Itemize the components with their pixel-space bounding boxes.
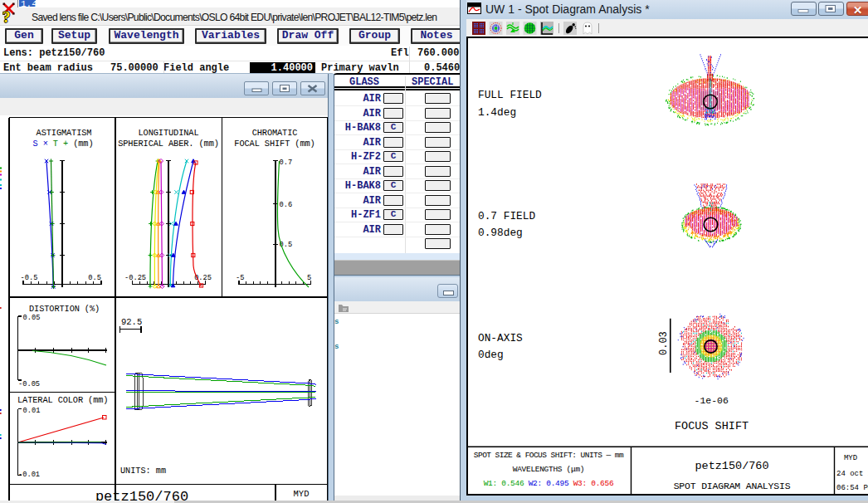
svg-text:-0.05: -0.05	[18, 380, 40, 388]
svg-text:24 oct 2: 24 oct 2	[836, 470, 868, 478]
svg-text:FOCAL SHIFT (mm): FOCAL SHIFT (mm)	[234, 139, 315, 149]
svg-text:0.7: 0.7	[280, 159, 293, 167]
svg-text:WAVELENGTHS (μm): WAVELENGTHS (μm)	[513, 465, 584, 474]
svg-text:?: ?	[2, 8, 11, 25]
svg-text:MYD: MYD	[294, 489, 310, 499]
svg-text:0.98deg: 0.98deg	[478, 227, 523, 239]
svg-text:92.5: 92.5	[121, 317, 142, 327]
svg-text:0.6: 0.6	[280, 201, 293, 209]
svg-text:W1: 0.546 W2: 0.495 W3: 0.656: W1: 0.546 W2: 0.495 W3: 0.656	[484, 479, 614, 488]
svg-text:-0.01: -0.01	[18, 471, 40, 479]
svg-text:1.4deg: 1.4deg	[478, 106, 516, 119]
svg-text:FULL FIELD: FULL FIELD	[478, 89, 542, 101]
svg-text:LONGITUDINAL: LONGITUDINAL	[139, 128, 199, 138]
svg-text:06:54 PM: 06:54 PM	[836, 484, 868, 492]
svg-text:0.01: 0.01	[23, 407, 41, 415]
svg-text:SPOT SIZE & FOCUS SHIFT: UNITS: SPOT SIZE & FOCUS SHIFT: UNITS — mm	[474, 451, 624, 460]
svg-text:0.03: 0.03	[658, 331, 670, 355]
svg-text:-5: -5	[236, 274, 244, 282]
svg-text:-0.5: -0.5	[21, 274, 38, 282]
svg-text:LATERAL COLOR (mm): LATERAL COLOR (mm)	[17, 395, 108, 405]
svg-text:-0.25: -0.25	[124, 274, 146, 282]
svg-text:0.7 FIELD: 0.7 FIELD	[478, 210, 535, 222]
svg-text:5: 5	[307, 274, 311, 282]
svg-text:UNITS: mm: UNITS: mm	[120, 466, 166, 476]
svg-text:0.5: 0.5	[88, 274, 101, 282]
svg-text:FOCUS SHIFT: FOCUS SHIFT	[675, 420, 749, 432]
svg-text:ON-AXIS: ON-AXIS	[478, 332, 523, 344]
svg-text:S × T + (mm): S × T + (mm)	[33, 139, 94, 149]
svg-text:SPHERICAL ABER. (mm): SPHERICAL ABER. (mm)	[118, 139, 219, 149]
svg-text:ASTIGMATISM: ASTIGMATISM	[37, 128, 92, 138]
svg-text:0.05: 0.05	[23, 314, 41, 322]
svg-text:MYD: MYD	[844, 454, 857, 462]
svg-text:petz150/760: petz150/760	[695, 460, 768, 472]
svg-text:SPOT DIAGRAM ANALYSIS: SPOT DIAGRAM ANALYSIS	[674, 481, 791, 491]
svg-text:CHROMATIC: CHROMATIC	[252, 128, 298, 138]
svg-text:0deg: 0deg	[478, 349, 504, 361]
svg-text:DISTORTION (%): DISTORTION (%)	[29, 304, 100, 314]
svg-text:-1e-06: -1e-06	[695, 395, 729, 406]
